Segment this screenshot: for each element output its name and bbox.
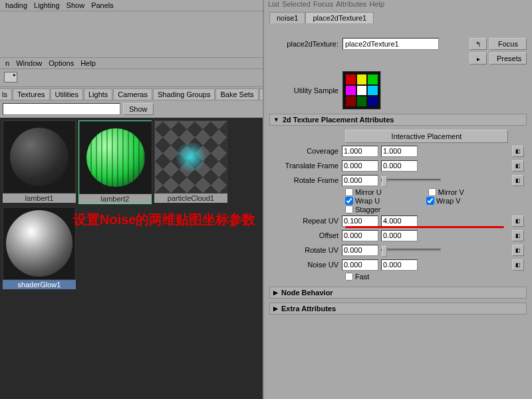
hypershade-menubar: n Window Options Help [0,58,263,69]
swatch-label: particleCloud1 [154,194,227,203]
translateframe-label: Translate Frame [272,162,342,170]
offset-v-input[interactable] [381,230,418,241]
noiseuv-u-input[interactable] [342,259,378,271]
swatch-label: lambert1 [3,194,76,203]
map-button[interactable]: ◧ [512,215,524,227]
presets-button[interactable]: Presets [489,53,527,65]
rotateuv-label: Rotate UV [272,246,342,254]
menu-help[interactable]: Help [78,59,98,67]
viewport-menubar: hading Lighting Show Panels [0,0,263,11]
repeatuv-u-input[interactable] [342,215,378,227]
tool-icon[interactable] [4,72,17,82]
repeatuv-v-input[interactable] [381,215,418,227]
focus-button[interactable]: Focus [489,38,527,50]
map-button[interactable]: ◧ [512,175,524,186]
map-button[interactable]: ◧ [512,259,524,271]
hypershade-toolbar [0,69,263,87]
menu-panels[interactable]: Panels [88,1,116,9]
offset-u-input[interactable] [342,230,378,241]
translateframe-v-input[interactable] [381,160,418,172]
tab-lights[interactable]: Lights [84,88,112,100]
sphere-preview-icon [86,128,145,187]
map-button[interactable]: ◧ [512,146,524,157]
wrap-u-checkbox[interactable]: Wrap U [345,197,380,205]
menu-n-partial[interactable]: n [3,59,12,67]
nodename-input[interactable] [342,38,439,50]
go-input-button[interactable]: ↰ [469,38,487,50]
attribute-editor: List Selected Focus Attributes Help nois… [263,0,532,399]
utility-sample-label: Utility Sample [269,86,342,94]
menu-list[interactable]: List [268,0,279,8]
menu-window[interactable]: Window [13,59,45,67]
mirror-u-checkbox[interactable]: Mirror U [345,188,382,196]
ae-node-tabs: noise1 place2dTexture1 [264,9,532,23]
ae-menubar: List Selected Focus Attributes Help [264,0,532,9]
section-title: Node Behavior [281,289,333,297]
rotateframe-label: Rotate Frame [272,176,342,184]
section-2dtexture[interactable]: ▼ 2d Texture Placement Attributes [269,114,527,126]
fast-checkbox[interactable]: Fast [345,273,369,281]
swatch-particlecloud1[interactable]: particleCloud1 [154,120,227,204]
translateframe-u-input[interactable] [342,160,378,172]
rotateuv-input[interactable] [342,245,378,256]
tab-textures[interactable]: Textures [13,88,50,100]
nodename-label: place2dTexture: [269,40,342,48]
stagger-checkbox[interactable]: Stagger [345,205,381,213]
filter-row: Show [0,100,263,118]
section-extraattributes[interactable]: ▶ Extra Attributes [269,303,527,315]
swatch-lambert2[interactable]: lambert2 [78,120,152,204]
map-button[interactable]: ◧ [512,245,524,256]
sphere-preview-icon [10,128,68,186]
filter-input[interactable] [3,103,120,115]
rotateframe-slider[interactable] [381,179,441,182]
annotation-text: 设置Noise的两维贴图坐标参数 [73,211,255,229]
show-button[interactable]: Show [123,103,154,115]
menu-lighting[interactable]: Lighting [31,1,63,9]
rotateframe-input[interactable] [342,175,378,186]
swatch-label: lambert2 [79,194,151,203]
wrap-v-checkbox[interactable]: Wrap V [426,197,460,205]
hypershade-panel: hading Lighting Show Panels n Window Opt… [0,0,263,399]
utility-sample-swatch [342,71,381,110]
mirror-v-checkbox[interactable]: Mirror V [428,188,464,196]
swatch-shaderglow1[interactable]: shaderGlow1 [3,207,76,289]
coverage-label: Coverage [272,147,342,155]
menu-help[interactable]: Help [369,0,384,8]
noiseuv-label: Noise UV [272,261,342,269]
repeatuv-label: Repeat UV [272,217,342,225]
menu-shading[interactable]: hading [3,1,30,9]
tab-shadinggroups[interactable]: Shading Groups [153,88,215,100]
checker-preview-icon [155,121,227,193]
collapse-arrow-icon: ▶ [273,305,278,312]
map-button[interactable]: ◧ [512,160,524,172]
offset-label: Offset [272,231,342,239]
section-title: 2d Texture Placement Attributes [283,116,394,124]
sphere-preview-icon [6,210,72,277]
material-grid: lambert1 lambert2 particleCloud1 shaderG… [0,118,263,399]
menu-options[interactable]: Options [46,59,76,67]
coverage-v-input[interactable] [381,146,418,157]
tab-materials[interactable]: ls [0,88,12,100]
collapse-arrow-icon: ▶ [273,289,278,296]
menu-focus[interactable]: Focus [313,0,333,8]
map-button[interactable]: ◧ [512,230,524,241]
tab-bakesets[interactable]: Bake Sets [215,88,258,100]
collapse-arrow-icon: ▼ [273,116,279,123]
tab-utilities[interactable]: Utilities [51,88,83,100]
tab-noise1[interactable]: noise1 [269,12,305,23]
tab-cameras[interactable]: Cameras [113,88,152,100]
coverage-u-input[interactable] [342,146,378,157]
menu-attributes[interactable]: Attributes [336,0,366,8]
tab-place2dtexture1[interactable]: place2dTexture1 [305,12,374,23]
swatch-label: shaderGlow1 [3,280,76,289]
rotateuv-slider[interactable] [381,249,441,251]
interactive-placement-button[interactable]: Interactive Placement [345,130,508,143]
section-title: Extra Attributes [281,305,336,313]
swatch-lambert1[interactable]: lambert1 [3,120,76,204]
noiseuv-v-input[interactable] [381,259,418,271]
section-nodebehavior[interactable]: ▶ Node Behavior [269,287,527,299]
hypershade-tabs: ls Textures Utilities Lights Cameras Sha… [0,87,263,100]
menu-show[interactable]: Show [64,1,88,9]
menu-selected[interactable]: Selected [282,0,311,8]
go-output-button[interactable]: ▸ [469,53,487,65]
